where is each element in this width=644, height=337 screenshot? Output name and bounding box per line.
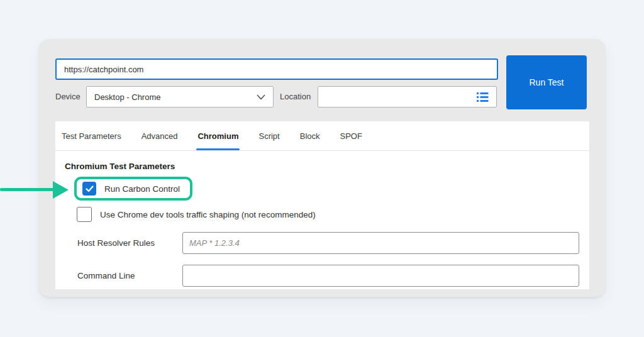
tab-script[interactable]: Script (258, 121, 279, 150)
arrow-right-icon-line (0, 188, 55, 191)
tab-test-parameters[interactable]: Test Parameters (62, 121, 121, 150)
traffic-shaping-row: Use Chrome dev tools traffic shaping (no… (77, 207, 316, 222)
run-carbon-control-checkbox[interactable] (82, 182, 96, 196)
tab-block[interactable]: Block (300, 121, 320, 150)
run-carbon-control-label: Run Carbon Control (104, 184, 180, 194)
tab-spof[interactable]: SPOF (340, 121, 362, 150)
url-input[interactable] (55, 58, 498, 80)
location-input[interactable] (318, 87, 476, 107)
tab-advanced[interactable]: Advanced (142, 121, 178, 150)
carbon-control-highlight-box: Run Carbon Control (74, 177, 192, 201)
section-title: Chromium Test Parameters (65, 162, 175, 171)
list-icon[interactable] (476, 92, 489, 102)
device-select-value: Desktop - Chrome (94, 92, 160, 102)
command-line-label: Command Line (77, 271, 182, 280)
command-line-input[interactable] (182, 265, 579, 287)
run-test-button[interactable]: Run Test (506, 55, 587, 109)
chevron-down-icon (257, 94, 265, 100)
host-resolver-row: Host Resolver Rules (77, 232, 579, 254)
test-parameters-panel: Test Parameters Advanced Chromium Script… (55, 121, 589, 289)
tab-chromium[interactable]: Chromium (197, 121, 238, 150)
traffic-shaping-checkbox[interactable] (77, 207, 92, 222)
test-configuration-card: Device Desktop - Chrome Location Run Tes… (39, 39, 605, 297)
host-resolver-rules-label: Host Resolver Rules (77, 238, 182, 248)
device-select[interactable]: Desktop - Chrome (86, 86, 274, 108)
arrow-right-icon (53, 181, 69, 199)
tab-bar: Test Parameters Advanced Chromium Script… (55, 121, 589, 151)
location-label: Location (280, 86, 311, 108)
traffic-shaping-label: Use Chrome dev tools traffic shaping (no… (100, 210, 316, 219)
device-label: Device (55, 86, 80, 108)
command-line-row: Command Line (77, 265, 579, 287)
host-resolver-rules-input[interactable] (182, 232, 579, 254)
location-field[interactable] (318, 86, 497, 108)
check-icon (86, 185, 94, 192)
